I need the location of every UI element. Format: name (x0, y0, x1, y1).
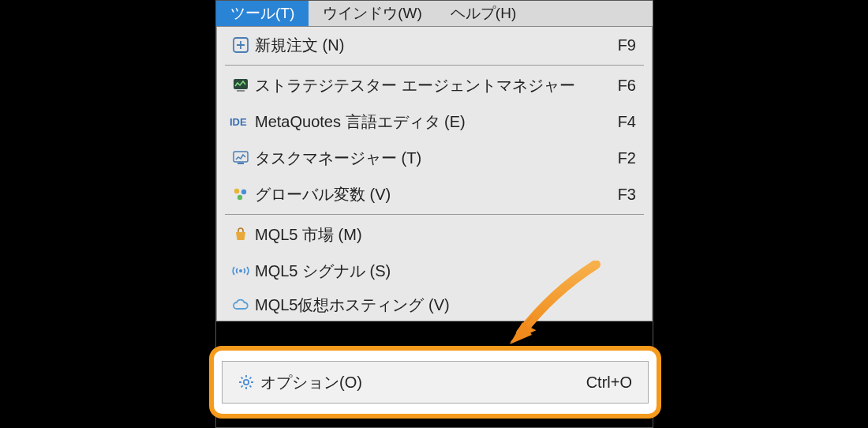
menu-new-order[interactable]: 新規注文 (N) F9 (217, 27, 652, 63)
menu-label: MQL5仮想ホスティング (V) (255, 295, 636, 316)
signals-icon (226, 262, 255, 280)
svg-text:IDE: IDE (230, 116, 247, 128)
shortcut: F4 (618, 113, 636, 131)
svg-point-7 (241, 190, 246, 194)
menu-tools[interactable]: ツール(T) (216, 1, 309, 26)
cloud-icon (226, 298, 255, 312)
menu-label: MQL5 市場 (M) (255, 224, 636, 246)
options-icon (232, 373, 260, 392)
menu-label: オプション(O) (260, 372, 586, 393)
menu-mql5-signals[interactable]: MQL5 シグナル (S) (217, 253, 652, 289)
shortcut: Ctrl+O (586, 374, 632, 392)
strategy-tester-icon (226, 77, 255, 94)
svg-rect-2 (237, 90, 245, 92)
separator (225, 214, 644, 215)
ide-icon: IDE (226, 115, 255, 128)
svg-point-8 (238, 195, 242, 200)
new-order-icon (226, 36, 255, 54)
svg-point-6 (234, 189, 239, 193)
separator (225, 65, 644, 66)
shortcut: F6 (618, 77, 636, 95)
menu-label: グローバル変数 (V) (255, 184, 618, 205)
menu-options[interactable]: オプション(O) Ctrl+O (222, 361, 649, 404)
shortcut: F2 (618, 149, 636, 167)
menu-global-variables[interactable]: グローバル変数 (V) F3 (217, 176, 652, 212)
menu-task-manager[interactable]: タスクマネージャー (T) F2 (217, 140, 652, 176)
menu-strategy-tester[interactable]: ストラテジテスター エージェントマネジャー F6 (217, 67, 652, 103)
menu-mql5-market[interactable]: MQL5 市場 (M) (217, 216, 652, 253)
menu-label: タスクマネージャー (T) (255, 148, 618, 169)
menu-window[interactable]: ウインドウ(W) (309, 1, 436, 26)
menu-label: MetaQuotes 言語エディタ (E) (255, 111, 618, 133)
tools-dropdown: 新規注文 (N) F9 ストラテジテスター エージェントマネジャー F6 IDE… (216, 27, 653, 321)
svg-point-9 (239, 269, 242, 272)
globals-icon (226, 186, 255, 203)
task-manager-icon (226, 149, 255, 167)
highlight-callout: オプション(O) Ctrl+O (209, 346, 661, 419)
menu-metaeditor[interactable]: IDE MetaQuotes 言語エディタ (E) F4 (217, 103, 652, 140)
menu-mql5-hosting[interactable]: MQL5仮想ホスティング (V) (217, 289, 652, 321)
menu-label: MQL5 シグナル (S) (255, 261, 636, 282)
shortcut: F9 (618, 36, 636, 54)
menubar: ツール(T) ウインドウ(W) ヘルプ(H) (216, 1, 653, 27)
menu-label: ストラテジテスター エージェントマネジャー (255, 75, 618, 96)
menu-help[interactable]: ヘルプ(H) (436, 1, 530, 26)
menu-label: 新規注文 (N) (255, 35, 618, 56)
shortcut: F3 (618, 186, 636, 204)
svg-point-10 (244, 380, 249, 385)
market-icon (226, 226, 255, 243)
svg-rect-5 (238, 163, 244, 164)
